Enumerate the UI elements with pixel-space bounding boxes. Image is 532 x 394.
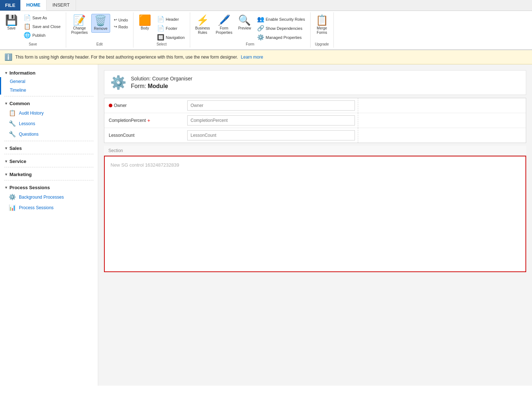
collapse-information-icon[interactable]: ▼ xyxy=(4,71,8,75)
managed-properties-button[interactable]: ⚙️ Managed Properties xyxy=(255,33,307,41)
owner-input[interactable] xyxy=(187,100,355,111)
sidebar: ▼ Information General Timeline ▼ Common … xyxy=(0,64,98,386)
collapse-common-icon[interactable]: ▼ xyxy=(4,102,8,106)
sidebar-item-process-sessions[interactable]: 📊 Process Sessions xyxy=(0,202,98,213)
enable-security-button[interactable]: 👥 Enable Security Roles xyxy=(255,15,307,23)
change-properties-label: Change Properties xyxy=(71,26,88,35)
completion-percent-field xyxy=(184,113,358,128)
table-row: CompletionPercent + xyxy=(104,113,526,128)
questions-label: Questions xyxy=(19,132,39,137)
enable-security-label: Enable Security Roles xyxy=(266,17,305,21)
sidebar-item-questions[interactable]: 🔧 Questions xyxy=(0,129,98,139)
body-button[interactable]: 🟧 Body xyxy=(136,14,153,32)
insert-tab[interactable]: INSERT xyxy=(47,0,76,11)
undo-label: Undo xyxy=(119,18,128,22)
sidebar-item-lessons[interactable]: 🔧 Lessons xyxy=(0,118,98,129)
business-rules-label: Business Rules xyxy=(195,26,210,35)
info-icon: ℹ️ xyxy=(4,53,12,61)
footer-icon: 📄 xyxy=(157,25,164,31)
publish-label: Publish xyxy=(32,33,45,37)
edit-group-label: Edit xyxy=(69,41,130,46)
sidebar-section-information: ▼ Information xyxy=(0,67,98,77)
sidebar-section-marketing: ▼ Marketing xyxy=(0,169,98,179)
preview-button[interactable]: 🔍 Preview xyxy=(236,14,253,32)
background-processes-label: Background Processes xyxy=(19,195,64,200)
show-dependencies-label: Show Dependencies xyxy=(266,26,303,31)
enable-security-icon: 👥 xyxy=(257,16,264,22)
collapse-process-icon[interactable]: ▼ xyxy=(4,186,8,190)
home-tab[interactable]: HOME xyxy=(20,0,47,11)
navigation-button[interactable]: 🔲 Navigation xyxy=(155,33,187,41)
save-button[interactable]: 💾 Save xyxy=(3,14,20,32)
form-name-title: Form: Module xyxy=(131,83,192,89)
managed-properties-icon: ⚙️ xyxy=(257,35,264,40)
form-group-label: Form xyxy=(193,41,307,46)
sidebar-section-sales: ▼ Sales xyxy=(0,143,98,152)
completion-percent-input[interactable] xyxy=(187,115,355,126)
preview-label: Preview xyxy=(238,26,251,31)
undo-icon: ↩ xyxy=(114,17,117,22)
owner-label: Owner xyxy=(104,98,184,113)
sidebar-section-process-sessions-label: Process Sessions xyxy=(9,185,50,190)
header-label: Header xyxy=(166,17,179,21)
sidebar-item-timeline[interactable]: Timeline xyxy=(0,86,98,95)
upgrade-group: 📋 Merge Forms Upgrade xyxy=(311,12,334,48)
show-dependencies-button[interactable]: 🔗 Show Dependencies xyxy=(255,24,307,32)
process-sessions-label: Process Sessions xyxy=(19,205,53,210)
save-close-button[interactable]: 📋 Save and Close xyxy=(21,23,63,31)
form-group: ⚡ Business Rules 🖊️ Form Properties 🔍 Pr… xyxy=(190,12,311,48)
save-as-label: Save As xyxy=(32,16,47,20)
section-label-bar: Section xyxy=(104,146,526,156)
navigation-label: Navigation xyxy=(166,35,185,40)
remove-button[interactable]: 🗑️ Remove xyxy=(91,14,110,33)
learn-more-link[interactable]: Learn more xyxy=(241,55,263,60)
change-properties-icon: 📝 xyxy=(73,15,86,25)
solution-title: Solution: Course Organiser xyxy=(131,76,192,81)
navigation-icon: 🔲 xyxy=(157,35,164,40)
sidebar-item-general[interactable]: General xyxy=(0,77,98,86)
lesson-count-input[interactable] xyxy=(187,130,355,140)
upgrade-group-label: Upgrade xyxy=(313,41,331,46)
sidebar-section-information-label: Information xyxy=(9,70,36,76)
redo-button[interactable]: ↪ Redo xyxy=(112,24,130,30)
remove-label: Remove xyxy=(94,27,107,31)
change-properties-button[interactable]: 📝 Change Properties xyxy=(69,14,90,36)
collapse-marketing-icon[interactable]: ▼ xyxy=(4,172,8,176)
sidebar-item-background-processes[interactable]: ⚙️ Background Processes xyxy=(0,192,98,202)
save-label: Save xyxy=(7,26,16,31)
audit-history-icon: 📋 xyxy=(9,110,16,116)
owner-dot xyxy=(109,104,112,107)
form-fields-section: Owner CompletionPercent + xyxy=(104,98,526,143)
business-rules-button[interactable]: ⚡ Business Rules xyxy=(193,14,212,36)
header-button[interactable]: 📄 Header xyxy=(155,15,187,23)
merge-forms-icon: 📋 xyxy=(316,15,328,25)
publish-button[interactable]: 🌐 Publish xyxy=(21,31,63,39)
save-group-label: Save xyxy=(3,41,63,46)
content-area: ⚙️ Solution: Course Organiser Form: Modu… xyxy=(98,64,532,386)
lesson-count-field xyxy=(184,128,358,143)
merge-forms-label: Merge Forms xyxy=(317,26,327,35)
sidebar-section-sales-label: Sales xyxy=(9,146,22,151)
collapse-sales-icon[interactable]: ▼ xyxy=(4,146,8,150)
redo-icon: ↪ xyxy=(114,24,117,29)
sg-control-box[interactable]: New SG control 1632487232839 xyxy=(104,156,526,272)
edit-group: 📝 Change Properties 🗑️ Remove ↩ Undo ↪ R… xyxy=(66,12,133,48)
audit-history-label: Audit History xyxy=(19,111,44,116)
questions-icon: 🔧 xyxy=(9,131,16,138)
save-close-icon: 📋 xyxy=(24,24,31,29)
process-sessions-icon: 📊 xyxy=(9,204,16,211)
form-properties-button[interactable]: 🖊️ Form Properties xyxy=(213,14,235,36)
undo-button[interactable]: ↩ Undo xyxy=(112,17,130,23)
collapse-service-icon[interactable]: ▼ xyxy=(4,159,8,163)
file-tab[interactable]: FILE xyxy=(0,0,20,11)
sidebar-item-audit-history[interactable]: 📋 Audit History xyxy=(0,108,98,118)
lesson-count-right xyxy=(358,128,526,143)
solution-icon: ⚙️ xyxy=(110,75,127,90)
merge-forms-button[interactable]: 📋 Merge Forms xyxy=(313,14,331,36)
general-label: General xyxy=(10,79,25,84)
footer-button[interactable]: 📄 Footer xyxy=(155,24,187,32)
owner-field xyxy=(184,98,358,113)
publish-icon: 🌐 xyxy=(24,32,31,38)
save-as-button[interactable]: 📄 Save As xyxy=(21,14,63,22)
preview-icon: 🔍 xyxy=(238,15,251,25)
